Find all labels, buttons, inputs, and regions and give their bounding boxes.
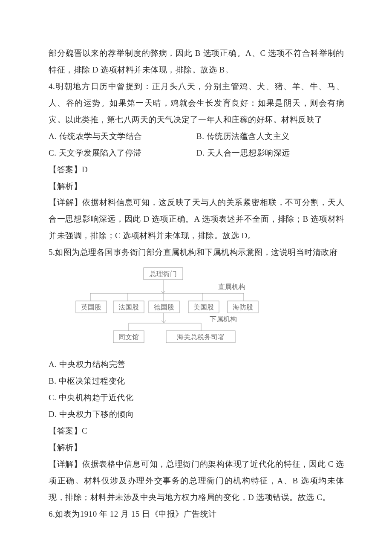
q4-stem: 4.明朝地方日历中曾提到：正月头八天，分别主管鸡、犬、猪、羊、牛、马、人、谷的运… — [49, 78, 344, 128]
org-chart-svg: 总理衙门 直属机构 英国股 法国股 德国股 美国股 海防股 下属机构 同文馆 海… — [73, 267, 274, 348]
diagram-tag-direct: 直属机构 — [218, 283, 245, 290]
diagram-box-de: 德国股 — [154, 304, 174, 311]
q4-option-d: D. 天人合一思想影响深远 — [196, 145, 344, 162]
q4-options-row1: A. 传统农学与天文学结合 B. 传统历法蕴含人文主义 — [49, 128, 344, 145]
diagram-box-tongwenguan: 同文馆 — [118, 333, 139, 341]
diagram-box-fr: 法国股 — [118, 304, 139, 311]
q4-options-row2: C. 天文学发展陷入了停滞 D. 天人合一思想影响深远 — [49, 145, 344, 162]
q4-option-c: C. 天文学发展陷入了停滞 — [49, 145, 196, 162]
previous-question-continuation: 部分魏晋以来的荐举制度的弊病，因此 B 选项正确。A、C 选项不符合科举制的特征… — [49, 45, 344, 78]
q5-stem: 5.如图为总理各国事务衙门部分直属机构和下属机构示意图，这说明当时清政府 — [49, 244, 344, 261]
diagram-box-uk: 英国股 — [81, 304, 101, 311]
diagram-tag-sub: 下属机构 — [210, 315, 237, 323]
q5-option-a: A. 中央权力结构完善 — [49, 356, 344, 373]
q4-option-b: B. 传统历法蕴含人文主义 — [196, 128, 344, 145]
q4-option-a: A. 传统农学与天文学结合 — [49, 128, 196, 145]
q5-diagram: 总理衙门 直属机构 英国股 法国股 德国股 美国股 海防股 下属机构 同文馆 海… — [73, 267, 344, 354]
q5-option-c: C. 中央机构趋于近代化 — [49, 390, 344, 406]
q5-option-b: B. 中枢决策过程变化 — [49, 373, 344, 390]
q4-answer: 【答案】D — [49, 162, 344, 178]
q4-analysis-label: 【解析】 — [49, 178, 344, 195]
q5-option-d: D. 中央权力下移的倾向 — [49, 406, 344, 423]
diagram-box-haifang: 海防股 — [233, 304, 253, 311]
diagram-top-box: 总理衙门 — [149, 270, 177, 278]
q5-analysis-label: 【解析】 — [49, 439, 344, 456]
q5-answer: 【答案】C — [49, 423, 344, 439]
q5-analysis-detail: 【详解】依据表格中信息可知，总理衙门的架构体现了近代化的特征，因此 C 选项正确… — [49, 456, 344, 506]
q4-analysis-detail: 【详解】依据材料信息可知，这反映了天与人的关系紧密相联，不可分割，天人合一思想影… — [49, 194, 344, 244]
document-page: 部分魏晋以来的荐举制度的弊病，因此 B 选项正确。A、C 选项不符合科举制的特征… — [0, 0, 392, 555]
diagram-box-us: 美国股 — [193, 304, 214, 311]
q6-stem: 6.如表为1910 年 12 月 15 日《申报》广告统计 — [49, 506, 344, 523]
diagram-box-customs: 海关总税务司署 — [177, 333, 225, 341]
